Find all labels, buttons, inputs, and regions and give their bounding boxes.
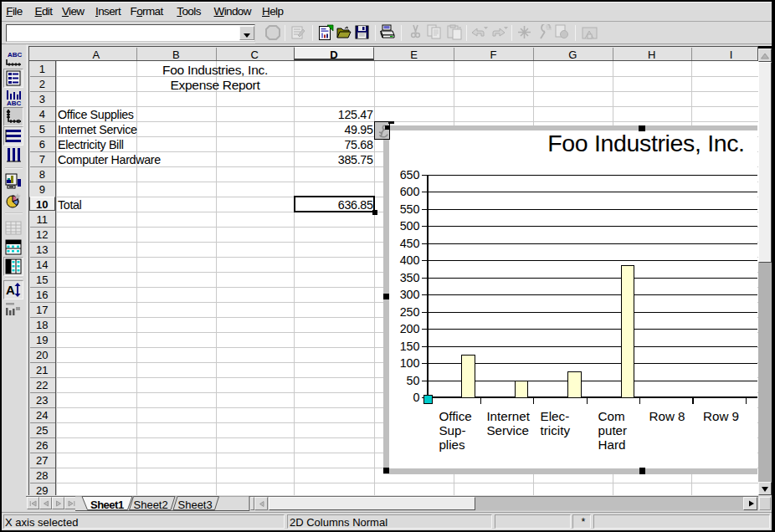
svg-text:A: A — [6, 283, 15, 297]
svg-text:ABC: ABC — [8, 51, 23, 59]
svg-text:ABC: ABC — [7, 100, 22, 106]
